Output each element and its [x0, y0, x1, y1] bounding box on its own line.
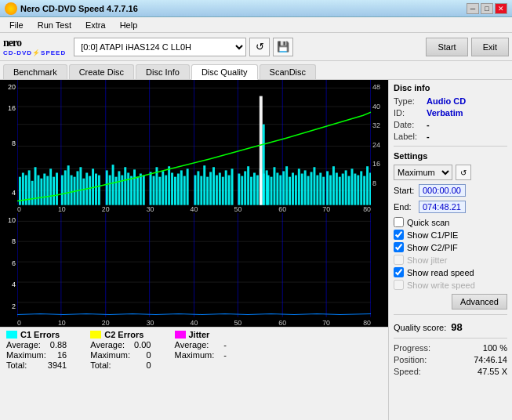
svg-rect-101	[295, 176, 297, 205]
y-upper-4: 4	[0, 189, 16, 197]
svg-rect-97	[282, 171, 285, 205]
show-c1-checkbox[interactable]	[394, 230, 404, 240]
settings-title: Settings	[394, 151, 507, 161]
jitter-legend: Jitter Average: - Maximum: -	[175, 330, 227, 360]
divider-1	[394, 146, 507, 147]
show-write-speed-checkbox[interactable]	[394, 280, 404, 290]
svg-rect-33	[76, 171, 78, 205]
quick-scan-checkbox[interactable]	[394, 217, 404, 227]
show-c1-row: Show C1/PIE	[394, 230, 507, 240]
menu-file[interactable]: File	[3, 19, 30, 31]
jitter-max-value: -	[223, 350, 227, 360]
disc-id-label: ID:	[394, 108, 423, 118]
c1-label: C1 Errors	[20, 330, 60, 339]
start-button[interactable]: Start	[426, 38, 467, 56]
save-button[interactable]: 💾	[273, 38, 293, 56]
svg-rect-118	[348, 176, 350, 205]
svg-rect-22	[40, 179, 42, 205]
svg-rect-39	[95, 174, 97, 205]
svg-rect-121	[357, 176, 359, 205]
menu-help[interactable]: Help	[114, 19, 144, 31]
minimize-button[interactable]: ─	[467, 3, 479, 14]
advanced-button[interactable]: Advanced	[452, 294, 507, 310]
show-read-speed-checkbox[interactable]	[394, 267, 404, 277]
svg-rect-74	[216, 176, 218, 205]
tab-create-disc[interactable]: Create Disc	[69, 64, 134, 79]
disc-info-title: Disc info	[394, 83, 507, 92]
svg-rect-93	[271, 177, 273, 205]
svg-rect-42	[109, 176, 111, 205]
svg-rect-111	[326, 171, 329, 205]
divider-3	[394, 338, 507, 339]
right-panel: Disc info Type: Audio CD ID: Verbatim Da…	[388, 80, 512, 420]
position-value: 74:46.14	[474, 355, 507, 364]
nero-logo-text: nero	[3, 37, 66, 49]
show-jitter-checkbox[interactable]	[394, 255, 404, 265]
svg-rect-104	[304, 170, 307, 205]
show-c1-label: Show C1/PIE	[407, 230, 458, 240]
show-c2-checkbox[interactable]	[394, 242, 404, 252]
show-read-speed-row: Show read speed	[394, 267, 507, 277]
jitter-label: Jitter	[189, 330, 210, 339]
svg-rect-49	[130, 176, 133, 205]
lower-chart-svg: 0 10 20 30 40 50 60 70 80	[17, 213, 371, 327]
c2-legend: C2 Errors Average: 0.00 Maximum: 0 Total…	[90, 330, 151, 370]
svg-rect-19	[31, 181, 34, 205]
svg-rect-60	[168, 166, 170, 205]
svg-rect-117	[345, 170, 347, 205]
disc-type-row: Type: Audio CD	[394, 96, 507, 106]
svg-rect-82	[244, 171, 246, 205]
close-button[interactable]: ✕	[495, 3, 507, 14]
tab-scandisc[interactable]: ScanDisc	[260, 64, 316, 79]
svg-rect-67	[194, 176, 197, 205]
c2-color-swatch	[90, 331, 101, 339]
svg-rect-75	[219, 172, 221, 205]
tab-disc-info[interactable]: Disc Info	[136, 64, 190, 79]
svg-rect-108	[316, 176, 318, 205]
quality-score-row: Quality score: 98	[394, 321, 507, 333]
svg-rect-107	[313, 167, 315, 205]
y-upper-8: 8	[0, 139, 16, 147]
svg-text:80: 80	[363, 319, 371, 327]
drive-selector[interactable]: [0:0] ATAPI iHAS124 C LL0H	[74, 38, 246, 56]
disc-date-label: Date:	[394, 120, 423, 129]
svg-rect-34	[79, 167, 82, 205]
refresh-button[interactable]: ↺	[249, 38, 270, 56]
svg-rect-122	[360, 171, 362, 205]
svg-rect-64	[180, 170, 183, 205]
speed-setting-row: Maximum ↺	[394, 165, 507, 180]
svg-text:20: 20	[102, 319, 110, 327]
speed-label: Speed:	[394, 367, 421, 376]
maximize-button[interactable]: □	[481, 3, 493, 14]
disc-label-label: Label:	[394, 132, 423, 141]
c2-avg-value: 0.00	[134, 340, 151, 349]
exit-button[interactable]: Exit	[471, 38, 509, 56]
svg-rect-109	[319, 172, 321, 205]
svg-rect-70	[203, 165, 205, 205]
y-lower-6: 6	[0, 259, 16, 267]
svg-rect-79	[231, 168, 234, 205]
end-time-row: End: 074:48.21	[394, 201, 507, 213]
svg-rect-98	[285, 166, 288, 205]
svg-text:20: 20	[102, 205, 110, 213]
title-bar: Nero CD-DVD Speed 4.7.7.16 ─ □ ✕	[0, 0, 512, 17]
svg-text:0: 0	[17, 205, 21, 213]
tab-benchmark[interactable]: Benchmark	[3, 64, 67, 79]
settings-refresh-btn[interactable]: ↺	[456, 165, 471, 180]
svg-text:0: 0	[17, 319, 21, 327]
svg-rect-47	[124, 167, 126, 205]
c2-label: C2 Errors	[104, 330, 143, 339]
end-time-value: 074:48.21	[419, 201, 466, 213]
svg-rect-114	[336, 172, 338, 205]
menu-run-test[interactable]: Run Test	[31, 19, 78, 31]
show-c2-label: Show C2/PIF	[407, 243, 458, 252]
svg-rect-69	[200, 176, 202, 205]
menu-extra[interactable]: Extra	[79, 19, 112, 31]
speed-selector[interactable]: Maximum	[394, 165, 452, 180]
tab-disc-quality[interactable]: Disc Quality	[191, 64, 258, 80]
y-right-40: 40	[372, 103, 388, 110]
svg-rect-27	[56, 172, 58, 205]
svg-text:40: 40	[191, 205, 198, 213]
svg-rect-84	[250, 177, 252, 205]
show-jitter-row: Show jitter	[394, 255, 507, 265]
